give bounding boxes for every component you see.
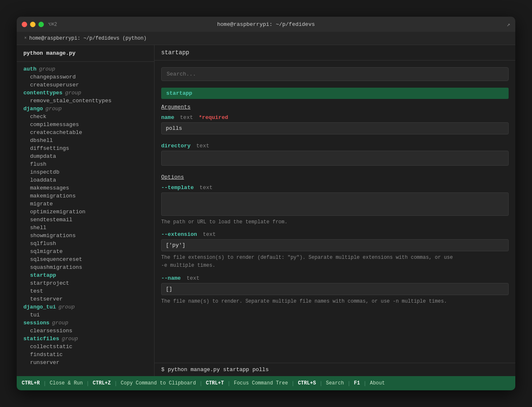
sidebar-item-flush[interactable]: flush [17,160,154,168]
status-ctrl-t[interactable]: CTRL+T [204,379,225,387]
option-extension-row: --extension text ['py'] The file extensi… [161,231,509,270]
minimize-button[interactable] [30,22,35,27]
group-django: django group [17,105,154,113]
sidebar-item-inspectdb[interactable]: inspectdb [17,168,154,176]
sidebar-item-tui[interactable]: tui [17,311,154,319]
sidebar-item-diffsettings[interactable]: diffsettings [17,144,154,152]
group-label-staticfiles: group [62,336,78,342]
status-key-ctrl-t: CTRL+T [206,380,224,386]
sidebar-item-createsuperuser[interactable]: createsuperuser [17,81,154,89]
option-template-type: text [200,185,213,191]
terminal-window: ⌥⌘2 home@raspberrypi: ~/p/fedidevs ↗ × h… [17,17,515,390]
group-name-django-tui: django_tui [23,304,56,310]
window-title: home@raspberrypi: ~/p/fedidevs [217,21,315,28]
close-button[interactable] [22,22,27,27]
sidebar-item-compilemessages[interactable]: compilemessages [17,121,154,129]
tab-close-icon[interactable]: × [24,36,27,40]
panel-header: startapp [155,45,515,61]
sidebar-item-sqlmigrate[interactable]: sqlmigrate [17,248,154,255]
sidebar-item-changepassword[interactable]: changepassword [17,73,154,81]
sidebar-item-collectstatic[interactable]: collectstatic [17,343,154,351]
sidebar-item-test[interactable]: test [17,287,154,295]
sidebar-item-makemigrations[interactable]: makemigrations [17,192,154,200]
sidebar-item-createcachetable[interactable]: createcachetable [17,129,154,137]
command-bar: $ python manage.py startapp polls [155,363,515,376]
sidebar-item-dumpdata[interactable]: dumpdata [17,152,154,160]
group-auth: auth group [17,65,154,73]
status-search[interactable]: Search [324,379,345,387]
sidebar-item-startapp[interactable]: startapp [17,271,154,279]
main-content: python manage.py auth group changepasswo… [17,45,515,376]
status-focus-tree[interactable]: Focus Command Tree [232,379,290,387]
sidebar-item-sqlflush[interactable]: sqlflush [17,240,154,248]
group-label-sessions: group [52,320,68,326]
options-section: Options --template text The path or URL … [161,174,509,306]
sidebar-item-remove-stale-contenttypes[interactable]: remove_stale_contenttypes [17,97,154,105]
status-label-about: About [370,380,385,386]
panel-body[interactable]: startapp Arguments name text *required d [155,61,515,363]
status-copy[interactable]: Copy Command to Clipboard [119,379,198,387]
sidebar-item-sendtestemail[interactable]: sendtestemail [17,216,154,224]
arg-name-row: name text *required [161,114,509,139]
arg-name-input[interactable] [161,122,509,134]
sidebar-item-squashmigrations[interactable]: squashmigrations [17,263,154,271]
options-label: Options [161,174,509,180]
sidebar-item-migrate[interactable]: migrate [17,200,154,208]
status-label-copy: Copy Command to Clipboard [121,380,196,386]
arg-name-required: *required [199,114,228,121]
sidebar-item-loaddata[interactable]: loaddata [17,176,154,184]
sidebar-item-sqlsequencereset[interactable]: sqlsequencereset [17,255,154,263]
sidebar-item-startproject[interactable]: startproject [17,279,154,287]
tab-label: home@raspberrypi: ~/p/fedidevs (python) [29,35,147,41]
panel-title: startapp [161,49,189,56]
tab-main[interactable]: × home@raspberrypi: ~/p/fedidevs (python… [20,34,151,43]
group-label-django-tui: group [58,304,75,310]
status-close-run[interactable]: Close & Run [48,379,84,387]
option-name-value[interactable]: [] [161,283,509,295]
sidebar-item-clearsessions[interactable]: clearsessions [17,327,154,335]
right-panel: startapp startapp Arguments name text *r… [155,45,515,376]
command-prompt: $ [161,367,165,373]
search-input[interactable] [161,67,509,81]
status-key-f1: F1 [354,380,360,386]
sidebar-item-shell[interactable]: shell [17,224,154,232]
option-extension-desc: The file extension(s) to render (default… [161,254,509,270]
status-f1[interactable]: F1 [352,379,361,387]
group-label-auth: group [39,66,55,72]
arg-directory-row: directory text [161,143,509,170]
status-about[interactable]: About [368,379,387,387]
arguments-section: Arguments name text *required directory … [161,104,509,170]
option-name-type: text [187,275,200,281]
maximize-button[interactable] [38,22,44,27]
sidebar-list[interactable]: auth group changepassword createsuperuse… [17,62,154,376]
status-ctrl-r[interactable]: CTRL+R [20,379,41,387]
group-label-django: group [46,106,62,112]
arg-name-type: text [180,114,193,121]
option-extension-type: text [203,231,216,238]
sidebar-item-dbshell[interactable]: dbshell [17,137,154,144]
sidebar-item-makemessages[interactable]: makemessages [17,184,154,192]
sidebar-header: python manage.py [17,45,154,62]
arg-directory-input[interactable] [161,151,509,166]
option-name-desc: The file name(s) to render. Separate mul… [161,298,509,306]
sidebar-item-showmigrations[interactable]: showmigrations [17,232,154,240]
group-contenttypes: contenttypes group [17,89,154,97]
sidebar-item-testserver[interactable]: testserver [17,295,154,303]
sidebar-item-optimizemigration[interactable]: optimizemigration [17,208,154,216]
group-name-auth: auth [23,66,36,72]
titlebar: ⌥⌘2 home@raspberrypi: ~/p/fedidevs ↗ [17,17,515,32]
status-key-ctrl-z: CTRL+Z [93,380,111,386]
tabbar: × home@raspberrypi: ~/p/fedidevs (python… [17,32,515,45]
sidebar-item-runserver[interactable]: runserver [17,359,154,367]
group-staticfiles: staticfiles group [17,335,154,343]
external-link-icon[interactable]: ↗ [507,21,510,28]
status-ctrl-s[interactable]: CTRL+S [296,379,317,387]
group-sessions: sessions group [17,319,154,327]
shortcut-label: ⌥⌘2 [48,21,57,28]
sidebar-item-check[interactable]: check [17,113,154,121]
status-ctrl-z[interactable]: CTRL+Z [91,379,112,387]
option-extension-value[interactable]: ['py'] [161,239,509,251]
sidebar-item-findstatic[interactable]: findstatic [17,351,154,359]
option-template-value[interactable] [161,192,509,216]
option-template-desc: The path or URL to load the template fro… [161,218,509,226]
